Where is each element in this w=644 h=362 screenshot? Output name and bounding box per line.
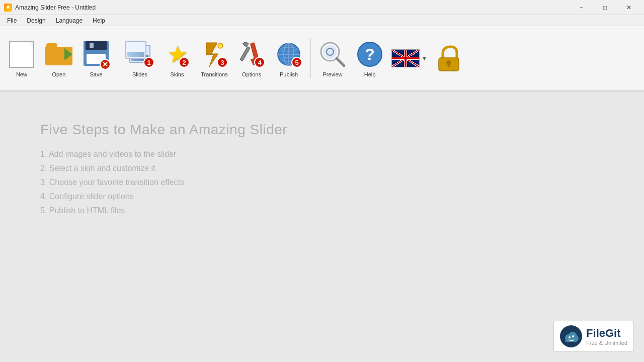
options-button[interactable]: 4 Options (234, 30, 269, 87)
lock-icon (434, 43, 464, 73)
publish-label: Publish (280, 71, 298, 77)
step-1: 1. Add images and videos to the slider (40, 150, 287, 159)
folder-icon (45, 43, 72, 65)
minimize-button[interactable]: − (570, 0, 593, 15)
skins-badge: 2 (179, 57, 190, 68)
svg-point-2 (218, 43, 223, 48)
preview-label: Preview (323, 71, 342, 77)
toolbar-separator-2 (310, 38, 311, 78)
open-button[interactable]: Open (41, 30, 76, 87)
open-label: Open (52, 71, 66, 77)
filegit-subtitle: Free & Unlimited (586, 340, 627, 346)
publish-icon: 5 (274, 39, 304, 69)
restore-button[interactable]: □ (594, 0, 616, 15)
lock-svg (437, 45, 461, 72)
options-icon: 4 (236, 39, 267, 69)
app-container: ★ Amazing Slider Free - Untitled − □ ✕ F… (0, 0, 644, 362)
slides-icon: 1 (125, 39, 155, 69)
svg-text:?: ? (365, 45, 375, 63)
preview-icon (317, 39, 348, 69)
step-2: 2. Select a skin and customize it (40, 164, 287, 173)
slides-badge: 1 (143, 57, 154, 68)
step-3: 3. Choose your favorite transition effec… (40, 178, 287, 187)
svg-line-14 (337, 58, 344, 66)
menu-design[interactable]: Design (22, 15, 50, 26)
slides-button[interactable]: 1 Slides (122, 30, 157, 87)
svg-rect-3 (240, 47, 250, 61)
folder-arrow-svg (45, 43, 72, 65)
skins-button[interactable]: ★ 2 Skins (159, 30, 195, 87)
skins-icon: ★ 2 (162, 39, 192, 69)
main-content: Five Steps to Make an Amazing Slider 1. … (0, 92, 644, 362)
transitions-badge: 3 (217, 57, 228, 68)
uk-flag (391, 49, 420, 67)
help-label: Help (364, 71, 376, 77)
filegit-text: FileGit Free & Unlimited (586, 327, 627, 346)
language-selector[interactable]: ▼ (389, 46, 429, 70)
toolbar-separator-1 (118, 38, 118, 78)
help-icon: ? (355, 39, 385, 69)
svg-rect-20 (448, 63, 450, 67)
svg-rect-24 (566, 338, 577, 342)
filegit-watermark: FileGit Free & Unlimited (553, 321, 634, 352)
titlebar-left: ★ Amazing Slider Free - Untitled (4, 4, 96, 12)
menubar: File Design Language Help (0, 15, 644, 26)
filegit-logo (560, 325, 582, 347)
skins-label: Skins (171, 71, 184, 77)
help-svg: ? (356, 41, 383, 68)
publish-badge: 5 (291, 57, 302, 68)
toolbar: New Open (0, 26, 644, 92)
main-heading: Five Steps to Make an Amazing Slider (40, 122, 287, 138)
new-label: New (16, 71, 27, 77)
help-button[interactable]: ? Help (352, 30, 387, 87)
slides-label: Slides (132, 71, 147, 77)
preview-button[interactable]: Preview (315, 30, 350, 87)
welcome-content: Five Steps to Make an Amazing Slider 1. … (40, 122, 287, 220)
svg-point-26 (572, 335, 574, 337)
titlebar-controls: − □ ✕ (570, 0, 640, 15)
svg-marker-0 (64, 48, 72, 60)
content-area: Five Steps to Make an Amazing Slider 1. … (0, 92, 644, 362)
step-4: 4. Configure slider options (40, 192, 287, 201)
options-label: Options (242, 71, 261, 77)
new-file-icon (9, 41, 34, 68)
filegit-name: FileGit (586, 327, 627, 340)
options-badge: 4 (254, 57, 265, 68)
save-button[interactable]: ✕ Save (78, 30, 114, 87)
step-5: 5. Publish to HTML files (40, 206, 287, 215)
close-button[interactable]: ✕ (617, 0, 640, 15)
transitions-icon: 3 (199, 39, 229, 69)
titlebar: ★ Amazing Slider Free - Untitled − □ ✕ (0, 0, 644, 15)
preview-svg (319, 41, 346, 68)
open-icon (44, 39, 74, 69)
publish-button[interactable]: 5 Publish (271, 30, 306, 87)
new-icon (7, 39, 37, 69)
title-text: Amazing Slider Free - Untitled (15, 4, 96, 11)
transitions-button[interactable]: 3 Transitions (197, 30, 232, 87)
svg-point-25 (569, 336, 571, 338)
lock-button[interactable] (431, 30, 466, 87)
save-x-badge: ✕ (100, 59, 111, 70)
save-label: Save (90, 71, 102, 77)
menu-help[interactable]: Help (88, 15, 110, 26)
save-icon: ✕ (81, 39, 111, 69)
svg-point-13 (323, 45, 337, 59)
filegit-cloud-icon (564, 329, 579, 344)
menu-language[interactable]: Language (51, 15, 88, 26)
new-button[interactable]: New (4, 30, 39, 87)
menu-file[interactable]: File (2, 15, 22, 26)
transitions-label: Transitions (201, 71, 227, 77)
language-chevron: ▼ (422, 55, 427, 61)
steps-list: 1. Add images and videos to the slider 2… (40, 150, 287, 215)
app-icon: ★ (4, 4, 12, 12)
